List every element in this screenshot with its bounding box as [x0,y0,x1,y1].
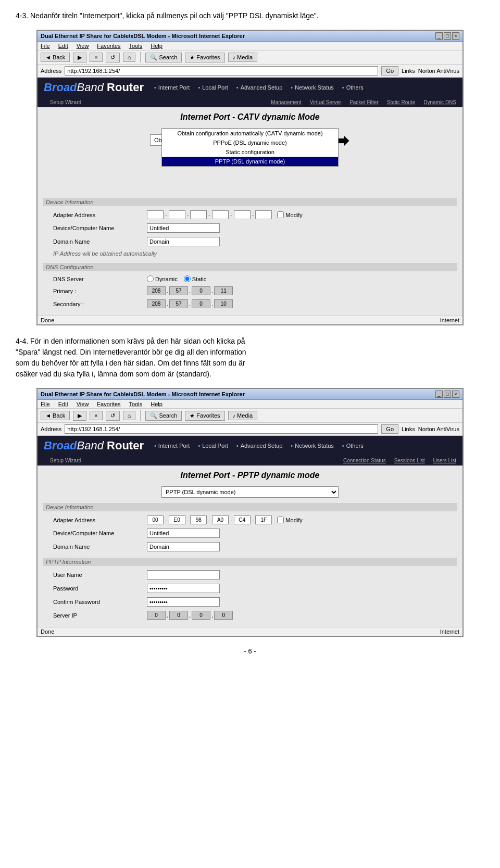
server-ip-oct-3[interactable] [192,611,210,620]
search-button-2[interactable]: 🔍 Search [145,411,182,421]
close-button-2[interactable]: × [452,391,459,398]
menu-help-1[interactable]: Help [151,43,162,49]
mac-2-5[interactable] [234,515,251,524]
menu-file-2[interactable]: File [41,401,50,407]
modify-checkbox-2[interactable] [277,517,284,523]
stop-button-1[interactable]: × [90,53,102,62]
minimize-button-2[interactable]: _ [435,391,443,398]
mac-2-2[interactable] [169,515,185,524]
search-button-1[interactable]: 🔍 Search [145,53,182,62]
confirm-password-input-2[interactable] [147,597,220,607]
refresh-button-1[interactable]: ↺ [106,53,120,62]
dropdown-item-catv[interactable]: Obtain configuration automatically (CATV… [162,129,338,138]
domain-name-input-1[interactable] [147,237,220,246]
go-button-1[interactable]: Go [381,66,398,76]
browser-title-1: Dual Ethernet IP Share for Cable/xDSL Mo… [41,33,245,39]
server-ip-oct-4[interactable] [214,611,233,620]
nav-network-status-2[interactable]: Network Status [291,443,333,449]
server-ip-oct-1[interactable] [147,611,166,620]
mac-2-6[interactable] [255,515,272,524]
favorites-button-1[interactable]: ★ Favorites [185,53,224,62]
password-input-2[interactable] [147,584,220,593]
menu-edit-1[interactable]: Edit [58,43,68,49]
mac-2-4[interactable] [212,515,229,524]
subnav-sessions-2[interactable]: Sessions List [394,458,425,463]
mac-1[interactable] [147,210,164,219]
mac-5[interactable] [234,210,251,219]
address-input-1[interactable] [65,66,378,76]
primary-oct-3[interactable] [192,286,210,295]
secondary-oct-4[interactable] [214,299,233,308]
dropdown-item-static[interactable]: Static configuration [162,147,338,157]
dropdown-item-pptp[interactable]: PPTP (DSL dynamic mode) [162,157,338,166]
favorites-button-2[interactable]: ★ Favorites [185,411,224,421]
menu-tools-2[interactable]: Tools [129,401,143,407]
home-button-2[interactable]: ⌂ [123,411,136,420]
browser-controls-2: _ □ × [435,391,459,398]
subnav-management-1[interactable]: Management [271,99,301,105]
subnav-virtual-1[interactable]: Virtual Server [310,99,341,105]
maximize-button-2[interactable]: □ [444,391,451,398]
nav-local-port-2[interactable]: Local Port [198,443,228,449]
menu-file-1[interactable]: File [41,43,50,49]
nav-advanced-setup-1[interactable]: Advanced Setup [236,84,283,91]
menu-favorites-1[interactable]: Favorites [97,43,120,49]
router-nav-2: Internet Port Local Port Advanced Setup … [154,443,364,449]
secondary-oct-1[interactable] [147,299,166,308]
primary-oct-2[interactable] [169,286,188,295]
menu-view-1[interactable]: View [77,43,89,49]
nav-others-1[interactable]: Others [342,84,364,91]
mac-6[interactable] [255,210,272,219]
media-button-1[interactable]: ♪ Media [228,53,257,62]
primary-oct-4[interactable] [214,286,233,295]
nav-advanced-setup-2[interactable]: Advanced Setup [236,443,283,449]
device-name-input-2[interactable] [147,529,220,538]
mac-4[interactable] [212,210,229,219]
stop-button-2[interactable]: × [90,411,102,420]
nav-others-2[interactable]: Others [342,443,364,449]
mac-2-1[interactable] [147,515,164,524]
subnav-static-1[interactable]: Static Route [387,99,415,105]
domain-name-input-2[interactable] [147,542,220,551]
home-button-1[interactable]: ⌂ [123,53,136,62]
user-name-input-2[interactable] [147,570,220,580]
nav-network-status-1[interactable]: Network Status [291,84,333,91]
subnav-conn-2[interactable]: Connection Status [343,458,386,463]
secondary-oct-2[interactable] [169,299,188,308]
close-button-1[interactable]: × [452,32,459,40]
forward-button-2[interactable]: ▶ [73,411,86,421]
modify-checkbox-1[interactable] [277,211,284,218]
menu-tools-1[interactable]: Tools [129,43,143,49]
forward-button-1[interactable]: ▶ [73,53,86,62]
menu-edit-2[interactable]: Edit [58,401,68,407]
maximize-button-1[interactable]: □ [444,32,451,40]
nav-local-port-1[interactable]: Local Port [198,84,228,91]
mac-2-3[interactable] [190,515,207,524]
go-button-2[interactable]: Go [381,424,398,434]
mac-3[interactable] [190,210,207,219]
menu-help-2[interactable]: Help [151,401,162,407]
nav-internet-port-1[interactable]: Internet Port [154,84,190,91]
primary-oct-1[interactable] [147,286,166,295]
config-select-2[interactable]: PPTP (DSL dynamic mode) [161,486,339,498]
dropdown-item-pppoe[interactable]: PPPoE (DSL dynamic mode) [162,138,338,147]
server-ip-oct-2[interactable] [169,611,188,620]
device-name-input-1[interactable] [147,223,220,233]
mac-2[interactable] [169,210,185,219]
dns-dynamic-radio-1[interactable] [147,275,154,282]
nav-internet-port-2[interactable]: Internet Port [154,443,190,449]
menu-favorites-2[interactable]: Favorites [97,401,120,407]
subnav-dynamic-1[interactable]: Dynamic DNS [423,99,456,105]
back-button-2[interactable]: ◄ Back [41,411,70,420]
minimize-button-1[interactable]: _ [435,32,443,40]
refresh-button-2[interactable]: ↺ [106,411,120,421]
media-button-2[interactable]: ♪ Media [228,411,257,420]
subnav-users-2[interactable]: Users List [433,458,456,463]
subnav-packet-1[interactable]: Packet Filter [349,99,379,105]
server-ip-label-2: Server IP [53,612,147,619]
menu-view-2[interactable]: View [77,401,89,407]
address-input-2[interactable] [65,424,378,434]
back-button-1[interactable]: ◄ Back [41,53,70,62]
secondary-oct-3[interactable] [192,299,210,308]
dns-static-radio-1[interactable] [184,275,191,282]
